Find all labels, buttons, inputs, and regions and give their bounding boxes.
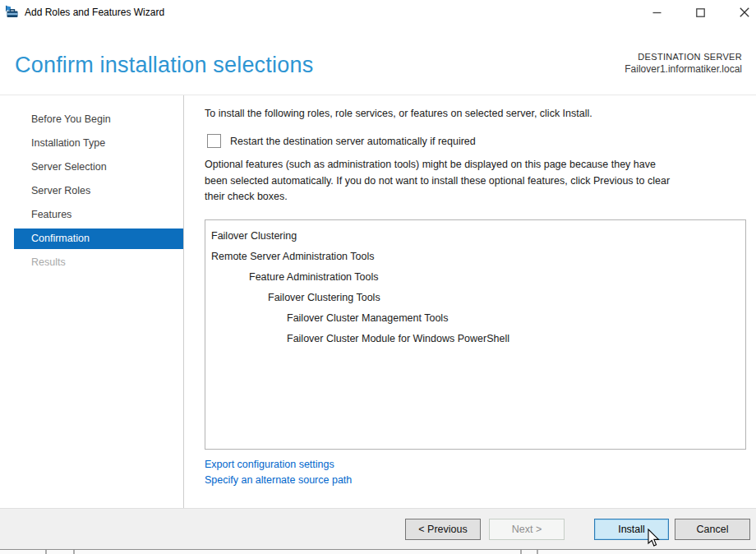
export-configuration-link[interactable]: Export configuration settings: [205, 457, 352, 473]
step-before-you-begin[interactable]: Before You Begin: [14, 108, 183, 132]
list-item: Failover Cluster Module for Windows Powe…: [205, 329, 745, 349]
title-bar: Add Roles and Features Wizard: [0, 0, 756, 25]
maximize-icon[interactable]: [686, 0, 714, 25]
list-item: Remote Server Administration Tools: [205, 247, 745, 267]
list-item: Failover Clustering Tools: [205, 288, 745, 308]
confirmation-pane: To install the following roles, role ser…: [205, 95, 746, 508]
minimize-icon[interactable]: [643, 0, 671, 25]
background-window-strip: [0, 550, 756, 554]
optional-features-note: Optional features (such as administratio…: [205, 157, 746, 205]
background-window-tick: [537, 550, 538, 554]
list-item: Failover Cluster Management Tools: [205, 308, 745, 329]
page-title: Confirm installation selections: [15, 53, 313, 78]
step-confirmation[interactable]: Confirmation: [14, 229, 183, 249]
background-window-tick: [73, 550, 75, 554]
selected-features-list: Failover Clustering Remote Server Admini…: [205, 219, 746, 450]
step-results: Results: [14, 251, 183, 275]
destination-server-block: DESTINATION SERVER Failover1.informatike…: [625, 52, 742, 75]
note-line: Optional features (such as administratio…: [205, 157, 746, 173]
install-button[interactable]: Install: [594, 519, 669, 540]
links-block: Export configuration settings Specify an…: [205, 457, 352, 488]
next-button[interactable]: Next >: [489, 519, 565, 540]
background-window-edge: [0, 549, 756, 550]
sidebar-divider: [183, 95, 184, 508]
list-item: Feature Administration Tools: [205, 267, 745, 288]
background-window-tick: [45, 550, 47, 554]
restart-checkbox-label[interactable]: Restart the destination server automatic…: [230, 136, 476, 147]
step-server-roles[interactable]: Server Roles: [14, 179, 183, 203]
background-window-tick: [520, 550, 522, 554]
note-line: been selected automatically. If you do n…: [205, 173, 746, 190]
destination-server-label: DESTINATION SERVER: [625, 52, 742, 62]
step-server-selection[interactable]: Server Selection: [14, 155, 183, 179]
close-icon[interactable]: [731, 0, 756, 25]
note-line: their check boxes.: [205, 189, 746, 205]
restart-checkbox-row: Restart the destination server automatic…: [207, 134, 476, 148]
restart-checkbox[interactable]: [207, 134, 221, 148]
step-installation-type[interactable]: Installation Type: [14, 132, 183, 155]
destination-server-name: Failover1.informatiker.local: [625, 63, 742, 75]
step-features[interactable]: Features: [14, 203, 183, 227]
list-item: Failover Clustering: [205, 226, 745, 247]
intro-text: To install the following roles, role ser…: [205, 108, 746, 119]
previous-button[interactable]: < Previous: [405, 519, 481, 540]
wizard-steps-nav: Before You Begin Installation Type Serve…: [0, 108, 183, 275]
cancel-button[interactable]: Cancel: [675, 519, 750, 540]
wizard-app-icon: [5, 5, 19, 19]
alternate-source-path-link[interactable]: Specify an alternate source path: [205, 473, 352, 488]
window-title: Add Roles and Features Wizard: [25, 7, 164, 18]
